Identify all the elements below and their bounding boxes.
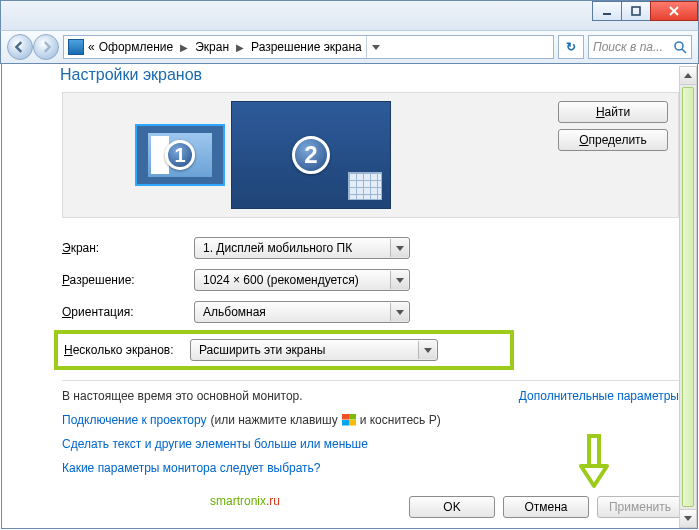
content-area: Настройки экранов 1 2 Найти Определить Э… <box>1 64 698 529</box>
multiple-value: Расширить эти экраны <box>199 343 325 357</box>
apply-button: Применить <box>597 496 683 518</box>
nav-forward-button[interactable] <box>33 34 59 60</box>
svg-rect-6 <box>589 436 599 466</box>
maximize-button[interactable] <box>621 1 651 21</box>
projector-text-1: (или нажмите клавишу <box>211 413 338 427</box>
find-button[interactable]: Найти <box>558 101 668 123</box>
multiple-select[interactable]: Расширить эти экраны <box>190 339 438 361</box>
orientation-select[interactable]: Альбомная <box>194 301 410 323</box>
monitor-1-number: 1 <box>165 140 195 170</box>
monitor-1[interactable]: 1 <box>135 124 225 186</box>
crumb-3[interactable]: Разрешение экрана <box>251 40 362 54</box>
label-orientation: Ориентация: <box>62 305 194 319</box>
resolution-select[interactable]: 1024 × 600 (рекомендуется) <box>194 269 410 291</box>
resolution-value: 1024 × 600 (рекомендуется) <box>203 273 359 287</box>
control-panel-icon <box>68 39 84 55</box>
projector-link[interactable]: Подключение к проектору <box>62 413 207 427</box>
dialog-buttons: OK Отмена Применить <box>409 496 683 518</box>
textsize-link[interactable]: Сделать текст и другие элементы больше и… <box>62 437 368 451</box>
svg-rect-1 <box>632 7 640 15</box>
grid-icon <box>348 172 382 200</box>
close-button[interactable] <box>650 1 698 21</box>
svg-point-4 <box>675 42 683 50</box>
refresh-button[interactable]: ↻ <box>558 35 584 59</box>
nav-back-button[interactable] <box>7 34 33 60</box>
address-dropdown[interactable] <box>366 36 386 58</box>
orientation-value: Альбомная <box>203 305 266 319</box>
nav-bar: « Оформление ▶ Экран ▶ Разрешение экрана… <box>0 30 699 64</box>
chevron-down-icon <box>390 271 408 289</box>
chevron-down-icon <box>418 341 436 359</box>
label-multiple: Несколько экранов: <box>64 343 190 357</box>
search-placeholder: Поиск в па... <box>593 40 673 54</box>
chevron-down-icon <box>390 303 408 321</box>
windows-key-icon <box>342 414 356 426</box>
watermark-1: smartronix <box>210 494 266 508</box>
vertical-scrollbar[interactable] <box>679 66 697 528</box>
projector-text-2: и коснитесь P) <box>360 413 441 427</box>
divider <box>62 380 679 381</box>
display-preview: 1 2 Найти Определить <box>62 92 679 218</box>
crumb-back: « <box>88 40 95 54</box>
primary-monitor-note: В настоящее время это основной монитор. … <box>62 389 679 403</box>
address-bar[interactable]: « Оформление ▶ Экран ▶ Разрешение экрана <box>63 35 554 59</box>
nav-back-forward <box>7 34 59 60</box>
window-titlebar <box>0 0 699 30</box>
crumb-1[interactable]: Оформление <box>99 40 173 54</box>
advanced-settings-link[interactable]: Дополнительные параметры <box>519 389 679 403</box>
ok-button[interactable]: OK <box>409 496 495 518</box>
chevron-right-icon: ▶ <box>180 42 188 53</box>
scroll-down-button[interactable] <box>680 509 696 527</box>
monitor-2[interactable]: 2 <box>231 101 391 209</box>
screen-select[interactable]: 1. Дисплей мобильного ПК <box>194 237 410 259</box>
screen-value: 1. Дисплей мобильного ПК <box>203 241 352 255</box>
row-screen: Экран: 1. Дисплей мобильного ПК <box>62 232 679 264</box>
note-text: В настоящее время это основной монитор. <box>62 389 303 403</box>
label-resolution: Разрешение: <box>62 273 194 287</box>
row-resolution: Разрешение: 1024 × 600 (рекомендуется) <box>62 264 679 296</box>
annotation-arrow-icon <box>577 434 611 490</box>
chevron-down-icon <box>390 239 408 257</box>
search-input[interactable]: Поиск в па... <box>588 35 692 59</box>
row-multiple-highlighted: Несколько экранов: Расширить эти экраны <box>54 330 514 370</box>
chevron-right-icon: ▶ <box>236 42 244 53</box>
watermark-2: .ru <box>266 494 280 508</box>
row-orientation: Ориентация: Альбомная <box>62 296 679 328</box>
svg-line-5 <box>682 49 686 53</box>
crumb-2[interactable]: Экран <box>195 40 229 54</box>
projector-line: Подключение к проектору (или нажмите кла… <box>62 413 679 427</box>
page-title: Настройки экранов <box>60 66 679 84</box>
which-params-link[interactable]: Какие параметры монитора следует выбрать… <box>62 461 321 475</box>
watermark: smartronix.ru <box>210 478 280 512</box>
minimize-button[interactable] <box>592 1 622 21</box>
cancel-button[interactable]: Отмена <box>503 496 589 518</box>
scroll-thumb[interactable] <box>682 87 694 507</box>
label-screen: Экран: <box>62 241 194 255</box>
search-icon <box>673 40 687 54</box>
scroll-up-button[interactable] <box>680 67 696 85</box>
identify-button[interactable]: Определить <box>558 129 668 151</box>
monitor-2-number: 2 <box>292 136 330 174</box>
